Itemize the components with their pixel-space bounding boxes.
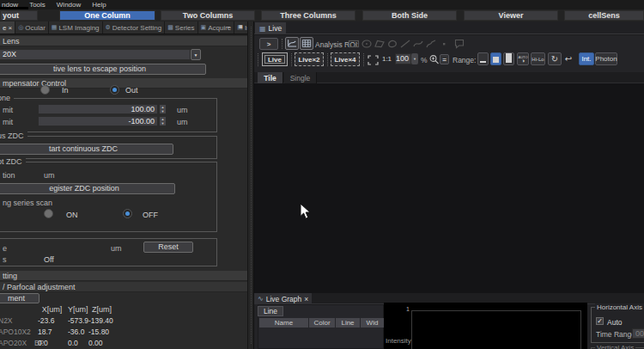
live-tab-label: Live [269, 24, 283, 33]
layout-button-layout[interactable]: yout [0, 10, 38, 21]
intensity-plot[interactable]: 1 Intensity [384, 303, 587, 349]
upper-limit-spinner[interactable]: ▲▼ [159, 104, 167, 114]
roi-curve-icon[interactable] [412, 38, 424, 49]
tab-cut-active[interactable]: e × [0, 21, 15, 34]
panel-dock-icon[interactable]: ◼ [239, 23, 243, 29]
low-level-icon [480, 61, 486, 63]
column-header-width[interactable]: Wid [361, 318, 384, 328]
radio-on[interactable] [44, 209, 53, 218]
panel-splitter[interactable] [247, 21, 254, 349]
auto-range-button[interactable]: AUTO ◑ [517, 52, 529, 65]
column-header-line[interactable]: Line [336, 318, 360, 328]
radio-out[interactable] [110, 85, 119, 95]
register-zdc-position-button[interactable]: egister ZDC position [0, 183, 175, 194]
y-value: 0.0 [68, 339, 88, 347]
column-header-name[interactable]: Name [259, 318, 308, 328]
spin-down-icon[interactable]: ▼ [161, 109, 165, 113]
toolbar-grip[interactable] [282, 39, 283, 49]
fit-to-window-icon[interactable] [367, 54, 379, 65]
hi-lo-button[interactable]: Hi-Lo [531, 52, 545, 65]
roi-ellipse-icon[interactable] [361, 38, 373, 49]
undo-icon[interactable]: ↩ [563, 52, 574, 65]
histogram-refresh-icon[interactable]: ↻ [548, 52, 562, 65]
time-range-input[interactable]: 000 [632, 328, 644, 339]
zoom-dropdown-icon[interactable]: ▼ [411, 53, 418, 64]
tab-detector-setting[interactable]: ⚙ Detector Setting [103, 21, 166, 34]
roi-polyline-icon[interactable] [425, 38, 437, 49]
layout-button-cellsens[interactable]: cellSens [564, 10, 644, 21]
ocular-icon: ◎ [18, 24, 23, 31]
menu-item-tools[interactable]: Tools [29, 1, 46, 9]
auto-checkbox[interactable]: ✓ [596, 317, 604, 325]
one-to-one-button[interactable]: 1:1 [380, 53, 393, 64]
lower-limit-spinner[interactable]: ▲▼ [159, 116, 167, 126]
radio-in[interactable] [40, 85, 50, 95]
vertical-axis-legend: Vertical Axis [595, 344, 635, 349]
range-mid-button[interactable] [490, 52, 501, 65]
escape-position-button[interactable]: tive lens to escape position [0, 64, 206, 75]
roi-line-icon[interactable] [399, 38, 411, 49]
tab-ocular[interactable]: ◎ Ocular [15, 21, 49, 34]
upper-limit-input[interactable]: 100.00 [38, 104, 158, 114]
lower-limit-input[interactable]: -100.00 [38, 116, 158, 126]
menu-item-window[interactable]: Window [57, 1, 81, 9]
series-icon: ▩ [167, 24, 173, 31]
tab-lsm-imaging[interactable]: ▦ LSM Imaging [49, 21, 103, 34]
reset-button[interactable]: Reset [143, 242, 193, 253]
live-x4-button[interactable]: Live×4 [331, 52, 360, 66]
layout-button-both-side[interactable]: Both Side [362, 10, 457, 21]
roi-point-icon[interactable] [438, 38, 450, 49]
tab-close-icon[interactable]: × [8, 24, 12, 32]
lens-dropdown[interactable]: 20X [0, 49, 191, 60]
view-tabstrip: Tile Single [254, 72, 644, 83]
roi-polygon-icon[interactable] [374, 38, 386, 49]
roi-rectangle-icon[interactable] [348, 38, 360, 49]
lens-section-header: Lens [0, 36, 247, 46]
layout-button-two-columns[interactable]: Two Columns [161, 10, 255, 21]
start-continuous-zdc-button[interactable]: tart continuous ZDC [0, 144, 173, 155]
zoom-magnifier-icon[interactable] [428, 54, 440, 65]
zdc-position-unit: um [44, 171, 55, 180]
tab-live-graph[interactable]: ∿ Live Graph × [254, 293, 312, 304]
layout-button-three-columns[interactable]: Three Columns [261, 10, 355, 21]
offset-unit: um [111, 244, 122, 253]
tab-tile[interactable]: Tile [258, 72, 283, 83]
live-graph-close-icon[interactable]: × [304, 295, 308, 303]
tab-line[interactable]: Line [258, 306, 283, 316]
live-image-canvas[interactable] [254, 83, 644, 293]
live-button[interactable]: Live [262, 52, 288, 66]
range-high-button[interactable] [503, 52, 514, 65]
grid-tool-button[interactable] [300, 37, 313, 50]
tab-series-label: Series [175, 24, 195, 32]
column-header-color[interactable]: Color [309, 318, 335, 328]
spin-down-icon[interactable]: ▼ [161, 121, 165, 126]
layout-button-one-column[interactable]: One Column [59, 10, 155, 21]
radio-off[interactable] [123, 209, 132, 218]
tab-series[interactable]: ▩ Series [165, 21, 197, 34]
toolbar-grip[interactable] [291, 53, 292, 66]
line-chart-icon [287, 39, 297, 48]
roi-label-icon[interactable] [453, 38, 465, 49]
toolbar-grip[interactable] [327, 53, 328, 66]
chart-tool-button[interactable] [285, 37, 299, 50]
photon-mode-button[interactable]: Photon [595, 52, 617, 65]
menu-item-help[interactable]: Help [92, 1, 106, 9]
intensity-mode-button[interactable]: Int. [579, 52, 594, 65]
range-low-button[interactable] [477, 52, 489, 65]
live-graph-tab-label: Live Graph [266, 295, 302, 303]
adjustment-button[interactable]: ment [0, 293, 39, 303]
roi-freehand-icon[interactable] [386, 38, 398, 49]
upper-limit-label: mit [3, 106, 13, 114]
zoom-value-input[interactable]: 100 [395, 53, 411, 64]
panel-collapse-icon[interactable]: − [227, 23, 231, 31]
equalize-button[interactable]: = [440, 54, 449, 64]
lens-dropdown-arrow-icon[interactable]: ▼ [191, 49, 201, 60]
toolbar-grip[interactable] [363, 53, 364, 66]
live-x2-button[interactable]: Live×2 [295, 52, 324, 66]
tab-single[interactable]: Single [284, 72, 317, 83]
toolbar-grip[interactable] [258, 53, 258, 66]
layout-button-viewer[interactable]: Viewer [464, 10, 558, 21]
tab-live[interactable]: ▦ Live [255, 22, 286, 34]
lens-name: APO20X [0, 339, 27, 347]
play-button[interactable]: > [259, 38, 278, 50]
